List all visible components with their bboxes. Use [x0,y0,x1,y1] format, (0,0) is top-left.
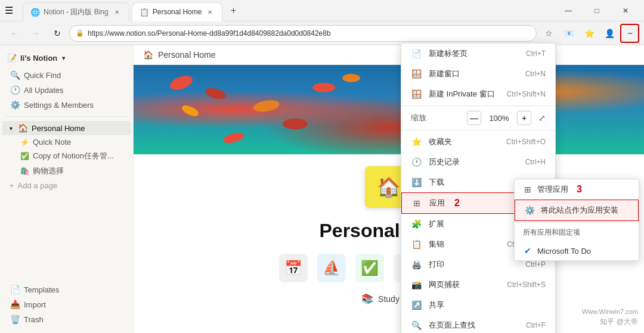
menu-divider-1 [401,105,555,106]
menu-item-share[interactable]: ↗️ 共享 [401,295,555,315]
new-window-icon: 🪟 [411,69,422,79]
inprivate-shortcut: Ctrl+Shift+N [507,90,546,98]
clipboard-label: 集锦 [429,239,444,250]
print-icon: 🖨️ [411,260,422,269]
install-icon: ⚙️ [525,206,535,215]
todo-checkmark-icon: ✔ [524,246,531,256]
find-icon: 🔍 [411,320,422,330]
favorites-menu-label: 收藏夹 [429,136,452,147]
new-tab-menu-icon: 📄 [411,49,422,58]
sub-menu-item-manage-apps[interactable]: ⊞ 管理应用 3 [515,179,639,200]
inprivate-label: 新建 InPrivate 窗口 [429,89,495,99]
zoom-plus-btn[interactable]: + [517,111,531,125]
step-3-badge: 3 [577,184,582,195]
zoom-label: 缩放 [411,113,426,123]
step-2-badge: 2 [454,198,460,208]
menu-overlay[interactable]: 📄 新建标签页 Ctrl+T 🪟 新建窗口 Ctrl+N 🪟 新建 InPriv… [0,0,644,333]
menu-divider-2 [401,130,555,130]
menu-zoom-row: 缩放 — 100% + ⤢ [401,107,555,129]
sub-menu-divider [515,222,639,223]
clipboard-icon: 📋 [411,239,422,249]
manage-apps-icon: ⊞ [524,185,531,194]
apps-sub-menu-wrapper: ⊞ 管理应用 3 ⚙️ 将此站点作为应用安装 所有应用和固定项 ✔ Micros… [514,179,639,261]
install-label: 将此站点作为应用安装 [541,205,618,216]
history-icon: 🕐 [411,157,422,167]
apps-icon: ⊞ [411,198,422,208]
menu-item-new-window[interactable]: 🪟 新建窗口 Ctrl+N [401,64,555,84]
menu-item-new-tab[interactable]: 📄 新建标签页 Ctrl+T [401,43,555,64]
new-window-label: 新建窗口 [429,69,460,79]
new-window-shortcut: Ctrl+N [525,70,546,78]
menu-item-favorites[interactable]: ⭐ 收藏夹 Ctrl+Shift+O [401,132,555,152]
zoom-controls: — 100% + ⤢ [467,111,546,125]
favorites-shortcut: Ctrl+Shift+O [506,138,546,146]
print-shortcut: Ctrl+P [525,260,546,269]
microsoft-todo-label: Microsoft To Do [537,247,591,256]
favorites-menu-icon: ⭐ [411,137,422,147]
history-shortcut: Ctrl+H [525,158,546,166]
find-shortcut: Ctrl+F [526,321,546,329]
menu-item-inprivate[interactable]: 🪟 新建 InPrivate 窗口 Ctrl+Shift+N [401,84,555,104]
history-label: 历史记录 [429,157,460,167]
download-label: 下载 [429,177,444,188]
zoom-value: 100% [488,114,510,123]
screenshot-icon: 📸 [411,280,422,290]
manage-apps-label: 管理应用 [537,184,568,195]
zoom-minus-btn[interactable]: — [467,111,481,125]
zoom-expand-btn[interactable]: ⤢ [538,113,546,123]
new-tab-shortcut: Ctrl+T [526,49,546,58]
screenshot-label: 网页捕获 [429,279,460,290]
screenshot-shortcut: Ctrl+Shift+S [507,281,546,289]
menu-item-screenshot[interactable]: 📸 网页捕获 Ctrl+Shift+S [401,275,555,295]
sub-menu-item-microsoft-todo[interactable]: ✔ Microsoft To Do [515,241,639,260]
all-apps-label: 所有应用和固定项 [515,224,639,241]
new-tab-menu-label: 新建标签页 [429,48,467,59]
download-icon: ⬇️ [411,178,422,187]
browser-window: ☰ 🌐 Notion - 国内版 Bing ✕ 📋 Personal Home … [0,0,644,333]
extensions-label: 扩展 [429,219,444,229]
apps-label: 应用 [429,198,445,208]
find-label: 在页面上查找 [429,320,475,331]
extensions-icon: 🧩 [411,219,422,229]
sub-menu-item-install[interactable]: ⚙️ 将此站点作为应用安装 [515,200,639,221]
menu-item-history[interactable]: 🕐 历史记录 Ctrl+H [401,152,555,172]
share-label: 共享 [429,300,444,310]
share-icon: ↗️ [411,300,422,310]
inprivate-icon: 🪟 [411,89,422,99]
menu-item-find[interactable]: 🔍 在页面上查找 Ctrl+F [401,315,555,333]
apps-sub-menu: ⊞ 管理应用 3 ⚙️ 将此站点作为应用安装 所有应用和固定项 ✔ Micros… [514,179,639,261]
print-label: 打印 [429,259,444,270]
